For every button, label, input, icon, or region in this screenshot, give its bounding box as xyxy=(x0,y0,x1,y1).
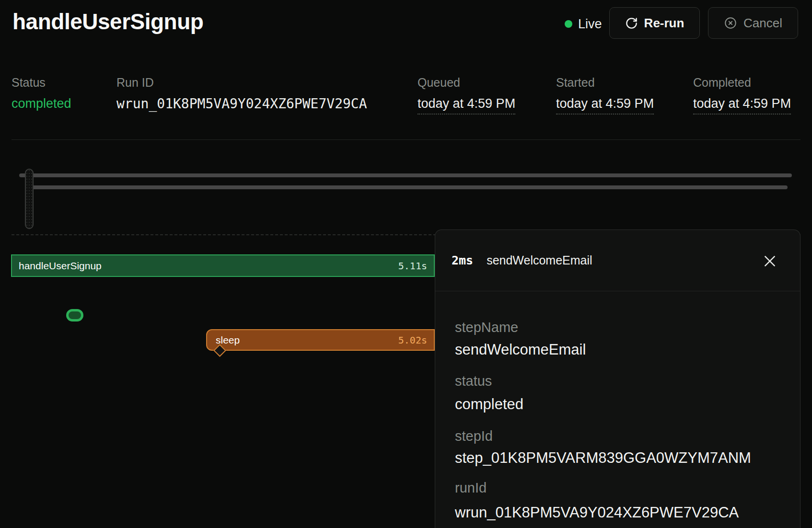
minimap-sleep-bar xyxy=(29,185,788,189)
field-label-runid: runId xyxy=(455,481,487,495)
queued-value[interactable]: today at 4:59 PM xyxy=(418,96,515,115)
field-label-stepid: stepId xyxy=(455,429,493,443)
gantt-bar-label: handleUserSignup xyxy=(19,260,102,272)
gantt-bar-handleusersignup[interactable]: handleUserSignup 5.11s xyxy=(11,254,435,277)
field-value-stepid: step_01K8PM5VARM839GGA0WZYM7ANM xyxy=(455,450,751,465)
live-dot-icon xyxy=(565,20,572,28)
status-label: Status xyxy=(12,76,46,90)
run-id-value: wrun_01K8PM5VA9Y024XZ6PWE7V29CA xyxy=(116,96,367,112)
panel-header: 2ms sendWelcomeEmail xyxy=(435,230,800,291)
step-duration-badge: 2ms xyxy=(452,253,473,267)
timeline-scrubber-handle[interactable] xyxy=(25,169,34,229)
step-detail-panel: 2ms sendWelcomeEmail stepName sendWelcom… xyxy=(435,230,800,528)
started-label: Started xyxy=(556,76,595,90)
rerun-button-label: Re-run xyxy=(644,16,684,31)
cancel-button[interactable]: Cancel xyxy=(708,7,798,39)
gantt-bar-duration: 5.11s xyxy=(398,260,427,272)
step-pill-sendwelcomeemail[interactable] xyxy=(66,309,83,321)
rerun-button[interactable]: Re-run xyxy=(609,7,700,39)
started-value[interactable]: today at 4:59 PM xyxy=(556,96,654,115)
workflow-run-page: handleUserSignup Live Re-run Cancel Stat… xyxy=(0,0,812,528)
live-status-label: Live xyxy=(578,17,602,32)
run-id-label: Run ID xyxy=(116,76,154,90)
queued-label: Queued xyxy=(418,76,460,90)
meta-divider xyxy=(12,139,800,140)
refresh-icon xyxy=(625,17,638,30)
page-title: handleUserSignup xyxy=(12,9,203,34)
field-value-status: completed xyxy=(455,397,523,412)
cancel-circle-icon xyxy=(724,16,737,30)
gantt-bar-sleep[interactable]: sleep 5.02s xyxy=(206,329,435,351)
completed-value[interactable]: today at 4:59 PM xyxy=(693,96,791,115)
minimap-root-bar xyxy=(19,173,792,177)
field-label-status: status xyxy=(455,374,492,388)
completed-label: Completed xyxy=(693,76,751,90)
cancel-button-label: Cancel xyxy=(743,16,782,31)
field-label-stepname: stepName xyxy=(455,321,518,334)
status-value: completed xyxy=(12,96,71,111)
field-value-stepname: sendWelcomeEmail xyxy=(455,342,586,357)
panel-header-divider xyxy=(435,291,800,291)
panel-step-title: sendWelcomeEmail xyxy=(487,253,592,267)
gantt-bar-duration: 5.02s xyxy=(398,334,427,346)
close-icon[interactable] xyxy=(763,254,777,268)
field-value-runid: wrun_01K8PM5VA9Y024XZ6PWE7V29CA xyxy=(455,505,739,520)
